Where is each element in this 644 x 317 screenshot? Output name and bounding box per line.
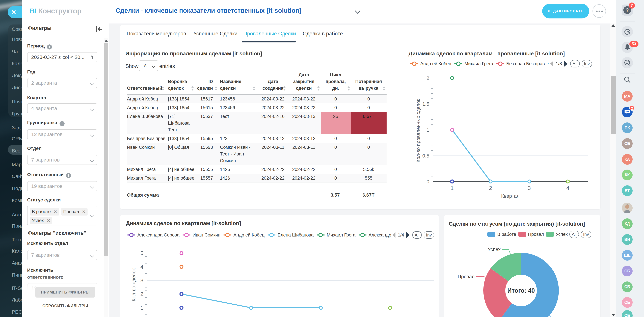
svg-text:Успех: Успех: [488, 247, 500, 252]
svg-text:1: 1: [140, 305, 144, 311]
svg-text:2: 2: [426, 75, 429, 81]
svg-text:Провал: Провал: [458, 274, 474, 279]
svg-text:4: 4: [566, 185, 569, 191]
svg-text:5: 5: [140, 250, 144, 256]
svg-text:Итого: 40: Итого: 40: [507, 287, 535, 294]
svg-text:0: 0: [426, 179, 429, 184]
svg-text:Кол-во проваленных сделок: Кол-во проваленных сделок: [416, 99, 421, 162]
svg-text:1.5: 1.5: [422, 101, 429, 107]
svg-text:1: 1: [451, 185, 454, 191]
svg-text:4: 4: [140, 264, 144, 270]
svg-text:3: 3: [528, 185, 531, 191]
svg-text:0.5: 0.5: [422, 153, 429, 158]
svg-text:Квартал: Квартал: [501, 194, 520, 199]
svg-text:1: 1: [426, 127, 429, 133]
svg-text:2: 2: [489, 185, 492, 191]
svg-text:2: 2: [140, 291, 144, 297]
svg-text:Кол-во сделок: Кол-во сделок: [131, 268, 136, 301]
svg-text:3: 3: [140, 278, 144, 284]
